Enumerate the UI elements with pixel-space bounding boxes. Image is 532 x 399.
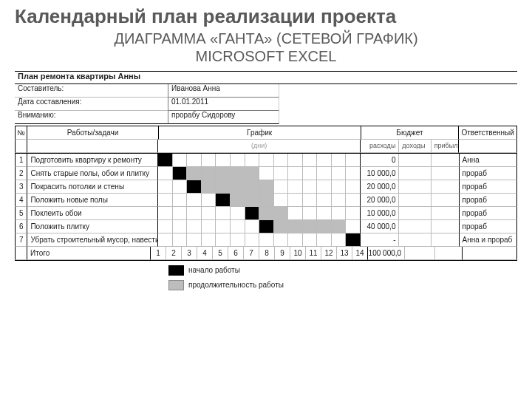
- meta-row-date: Дата составления: 01.01.2011: [15, 98, 517, 111]
- task-num: 5: [15, 207, 27, 220]
- gantt-cell: [173, 180, 188, 194]
- meta-block: План ремонта квартиры Анны Составитель: …: [15, 72, 517, 124]
- days-caption: (дни): [158, 140, 360, 153]
- gantt-cell: [303, 167, 318, 180]
- task-responsible: прораб: [460, 220, 518, 233]
- gantt-cell: [346, 167, 361, 180]
- gantt-cell: [303, 220, 318, 233]
- gantt-cell: [216, 220, 231, 233]
- task-row: 7Убрать строительный мусор, навести чист…: [15, 233, 517, 247]
- totals-label: Итого: [27, 247, 151, 260]
- header-income: доходы: [399, 140, 431, 153]
- gantt-cell: [346, 180, 361, 194]
- gantt-cell: [202, 167, 216, 180]
- gantt-cell: [303, 154, 318, 167]
- task-num: 4: [15, 194, 27, 207]
- gantt-cell: [288, 194, 303, 207]
- header-row: № Работы/задачи График Бюджет Ответствен…: [15, 126, 517, 140]
- gantt-cell: [332, 194, 347, 207]
- gantt-cell: [173, 220, 188, 233]
- task-name: Положить плитку: [27, 220, 158, 233]
- task-responsible: Анна: [460, 154, 518, 167]
- gantt-cell: [259, 233, 274, 247]
- task-num: 6: [15, 220, 27, 233]
- gantt-cell: [216, 194, 231, 207]
- task-profit: [432, 167, 460, 180]
- gantt-cell: [231, 167, 245, 180]
- task-income: [399, 180, 431, 194]
- gantt-cell: [245, 233, 260, 247]
- legend-label-duration: продолжительность работы: [188, 281, 284, 289]
- gantt-cell: [332, 180, 347, 194]
- slide-title: Календарный план реализации проекта: [15, 6, 517, 28]
- task-num: 3: [15, 180, 27, 194]
- task-expense: 40 000,0: [361, 220, 400, 233]
- gantt-cell: [288, 220, 303, 233]
- task-num: 7: [15, 233, 27, 247]
- day-tick: 11: [306, 247, 321, 260]
- gantt-cell: [303, 180, 318, 194]
- day-tick: 5: [213, 247, 228, 260]
- task-expense: 20 000,0: [361, 194, 400, 207]
- gantt-cell: [303, 194, 318, 207]
- header-expenses: расходы: [361, 140, 400, 153]
- legend: начало работы продолжительность работы: [15, 265, 517, 290]
- gantt-cell: [187, 194, 202, 207]
- gantt-cell: [173, 194, 188, 207]
- header-num: №: [15, 126, 27, 140]
- gantt-cell: [317, 167, 332, 180]
- gantt-cell: [216, 233, 231, 247]
- gantt-cell: [231, 233, 245, 247]
- task-name: Покрасить потолки и стены: [27, 180, 158, 194]
- gantt-cell: [288, 167, 303, 180]
- gantt-cell: [231, 220, 245, 233]
- task-expense: -: [361, 233, 400, 247]
- gantt-cell: [346, 207, 361, 220]
- task-profit: [432, 207, 460, 220]
- gantt-cell: [346, 233, 361, 247]
- gantt-cell: [158, 154, 173, 167]
- task-income: [399, 194, 431, 207]
- gantt-cell: [158, 207, 173, 220]
- task-responsible: прораб: [460, 180, 518, 194]
- task-row: 5Поклеить обои10 000,0прораб: [15, 207, 517, 220]
- gantt-cell: [303, 233, 318, 247]
- day-tick: 1: [151, 247, 166, 260]
- meta-value-author: Иванова Анна: [168, 84, 279, 98]
- meta-value-date: 01.01.2011: [168, 98, 279, 111]
- legend-swatch-grey: [168, 280, 184, 290]
- task-responsible: Анна и прораб: [460, 233, 518, 247]
- day-tick: 6: [228, 247, 244, 260]
- gantt-cell: [187, 233, 202, 247]
- gantt-cell: [187, 167, 202, 180]
- task-profit: [432, 220, 460, 233]
- gantt-cell: [202, 207, 216, 220]
- task-income: [399, 167, 431, 180]
- day-tick: 3: [182, 247, 197, 260]
- subtitle-line2: MICROSOFT EXCEL: [196, 48, 337, 64]
- task-profit: [432, 180, 460, 194]
- day-axis: 1234567891011121314: [151, 247, 368, 260]
- gantt-cell: [202, 180, 216, 194]
- day-tick: 13: [337, 247, 352, 260]
- legend-swatch-black: [168, 265, 184, 276]
- task-responsible: прораб: [460, 207, 518, 220]
- spreadsheet: План ремонта квартиры Анны Составитель: …: [15, 71, 517, 290]
- gantt-cell: [173, 167, 188, 180]
- day-tick: 12: [321, 247, 337, 260]
- gantt-cell: [158, 220, 173, 233]
- gantt-cell: [231, 180, 245, 194]
- meta-label-author: Составитель:: [15, 84, 168, 98]
- gantt-cell: [187, 220, 202, 233]
- task-expense: 20 000,0: [361, 180, 400, 194]
- task-row: 1Подготовить квартиру к ремонту0Анна: [15, 154, 517, 167]
- gantt-cell: [216, 207, 231, 220]
- task-name: Подготовить квартиру к ремонту: [27, 154, 158, 167]
- gantt-cell: [231, 154, 245, 167]
- gantt-cell: [202, 233, 216, 247]
- gantt-cell: [274, 167, 289, 180]
- meta-value-attn: прорабу Сидорову: [168, 111, 279, 124]
- task-rows: 1Подготовить квартиру к ремонту0Анна2Сня…: [15, 154, 517, 247]
- gantt-cell: [245, 167, 260, 180]
- meta-label-attn: Вниманию:: [15, 111, 168, 124]
